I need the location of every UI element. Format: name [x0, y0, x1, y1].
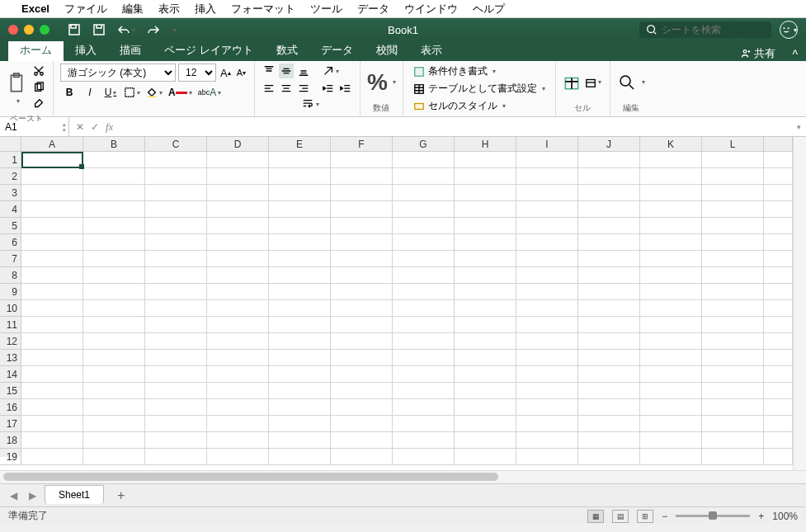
cell[interactable] — [269, 251, 331, 267]
cell[interactable] — [21, 399, 83, 416]
cell[interactable] — [207, 432, 269, 449]
vertical-scrollbar[interactable] — [793, 137, 806, 470]
menu-edit[interactable]: 編集 — [122, 2, 144, 16]
cell[interactable] — [83, 317, 145, 333]
cell[interactable] — [331, 399, 393, 416]
cell[interactable] — [764, 350, 793, 366]
column-header[interactable]: F — [331, 137, 393, 152]
cell[interactable] — [393, 399, 455, 416]
cell[interactable] — [145, 218, 207, 234]
cell[interactable] — [269, 152, 331, 168]
menu-data[interactable]: データ — [357, 2, 389, 16]
cell[interactable] — [578, 185, 640, 201]
cell[interactable] — [145, 416, 207, 432]
cell[interactable] — [83, 350, 145, 366]
cells-area[interactable] — [21, 152, 793, 457]
cell[interactable] — [702, 218, 764, 234]
cell[interactable] — [21, 201, 83, 218]
cell[interactable] — [21, 267, 83, 284]
cell[interactable] — [207, 416, 269, 432]
copy-icon[interactable] — [31, 80, 46, 95]
cell[interactable] — [207, 218, 269, 234]
cell[interactable] — [207, 383, 269, 399]
cell[interactable] — [269, 416, 331, 432]
cell[interactable] — [269, 432, 331, 449]
cell[interactable] — [702, 333, 764, 350]
cell[interactable] — [393, 234, 455, 251]
cell[interactable] — [83, 168, 145, 185]
cell[interactable] — [764, 300, 793, 317]
cell[interactable] — [393, 251, 455, 267]
cell[interactable] — [393, 300, 455, 317]
cell[interactable] — [578, 317, 640, 333]
number-dropdown[interactable]: ▾ — [393, 78, 396, 86]
column-header[interactable]: H — [455, 137, 516, 152]
cell[interactable] — [516, 333, 578, 350]
horizontal-scrollbar[interactable] — [0, 470, 806, 483]
cell[interactable] — [331, 234, 393, 251]
cell[interactable] — [702, 399, 764, 416]
cell[interactable] — [640, 333, 702, 350]
align-center-icon[interactable] — [279, 82, 294, 97]
formula-input[interactable] — [120, 117, 791, 136]
cell[interactable] — [702, 350, 764, 366]
cell[interactable] — [21, 152, 83, 168]
cell[interactable] — [578, 383, 640, 399]
cell[interactable] — [331, 152, 393, 168]
cell[interactable] — [269, 185, 331, 201]
cell[interactable] — [455, 300, 516, 317]
cell[interactable] — [578, 152, 640, 168]
font-size-combo[interactable]: 12 — [178, 64, 216, 82]
cut-icon[interactable] — [31, 64, 46, 78]
save-icon[interactable] — [91, 21, 107, 38]
cell[interactable] — [393, 366, 455, 383]
wrap-text-icon[interactable]: ▾ — [266, 97, 353, 111]
cell[interactable] — [764, 168, 793, 185]
cell[interactable] — [269, 168, 331, 185]
cell[interactable] — [702, 284, 764, 300]
format-painter-icon[interactable] — [31, 97, 46, 111]
find-icon[interactable] — [617, 73, 637, 92]
row-headers[interactable]: 12345678910111213141516171819 — [0, 152, 21, 457]
cell[interactable] — [331, 350, 393, 366]
cell[interactable] — [578, 300, 640, 317]
cell[interactable] — [578, 432, 640, 449]
cell[interactable] — [21, 449, 83, 465]
autosave-icon[interactable] — [66, 21, 82, 38]
underline-button[interactable]: U▾ — [101, 85, 120, 100]
decrease-font-icon[interactable]: A▾ — [235, 64, 247, 82]
orientation-icon[interactable]: ▾ — [321, 64, 341, 78]
cell[interactable] — [145, 350, 207, 366]
cell[interactable] — [455, 416, 516, 432]
cell[interactable] — [269, 234, 331, 251]
tab-page-layout[interactable]: ページ レイアウト — [153, 40, 265, 61]
cell[interactable] — [640, 317, 702, 333]
menu-tools[interactable]: ツール — [310, 2, 342, 16]
cell[interactable] — [516, 201, 578, 218]
cell[interactable] — [578, 218, 640, 234]
share-button[interactable]: 共有 — [731, 46, 784, 61]
cell[interactable] — [640, 201, 702, 218]
cell[interactable] — [83, 201, 145, 218]
menu-format[interactable]: フォーマット — [231, 2, 295, 16]
add-sheet-icon[interactable]: + — [109, 488, 133, 503]
row-header[interactable]: 6 — [0, 234, 21, 251]
cell[interactable] — [207, 267, 269, 284]
align-left-icon[interactable] — [262, 82, 276, 97]
cell[interactable] — [640, 449, 702, 465]
cell[interactable] — [331, 333, 393, 350]
cell[interactable] — [393, 218, 455, 234]
row-header[interactable]: 9 — [0, 284, 21, 300]
cell[interactable] — [331, 267, 393, 284]
cell[interactable] — [516, 350, 578, 366]
menu-insert[interactable]: 挿入 — [195, 2, 216, 16]
editing-dropdown[interactable]: ▾ — [642, 78, 645, 86]
cell[interactable] — [207, 251, 269, 267]
cell[interactable] — [21, 333, 83, 350]
align-top-icon[interactable] — [262, 64, 276, 78]
cell[interactable] — [455, 218, 516, 234]
cell[interactable] — [331, 432, 393, 449]
column-header[interactable]: J — [578, 137, 640, 152]
conditional-formatting-button[interactable]: 条件付き書式▾ — [410, 64, 549, 79]
cell[interactable] — [764, 201, 793, 218]
